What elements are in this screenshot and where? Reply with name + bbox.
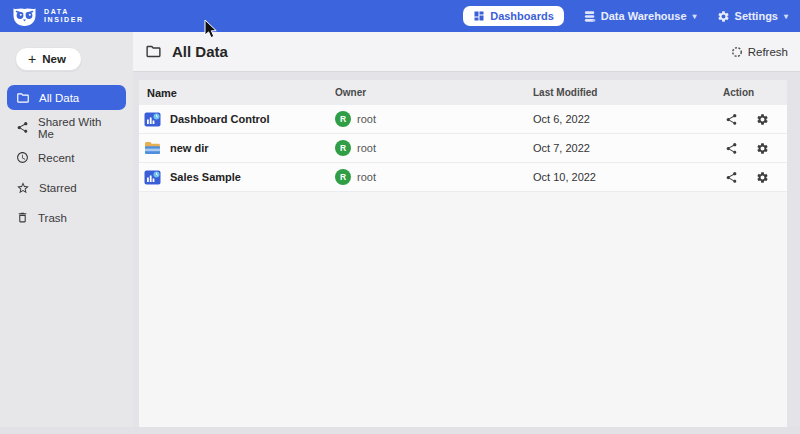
- sidebar-item-label: Trash: [38, 212, 67, 224]
- page-title: All Data: [172, 43, 228, 60]
- table-row[interactable]: Dashboard Control R root Oct 6, 2022: [139, 105, 787, 134]
- file-table-card: Name Owner Last Modified Action: [139, 80, 787, 427]
- last-modified-date: Oct 7, 2022: [533, 142, 723, 154]
- column-header-action: Action: [723, 87, 787, 98]
- sidebar-item-label: Starred: [39, 182, 77, 194]
- table-row[interactable]: new dir R root Oct 7, 2022: [139, 134, 787, 163]
- sidebar-item-starred[interactable]: Starred: [7, 175, 126, 200]
- owner-name: root: [357, 142, 376, 154]
- refresh-button[interactable]: Refresh: [731, 46, 788, 58]
- app-window: DATA INSIDER Dashboards: [0, 0, 800, 434]
- share-icon: [16, 121, 29, 134]
- gear-icon[interactable]: [756, 142, 769, 155]
- owner-avatar: R: [335, 169, 351, 185]
- sidebar-item-shared-with-me[interactable]: Shared With Me: [7, 115, 126, 140]
- dashboards-label: Dashboards: [490, 10, 554, 22]
- dashboard-grid-icon: [473, 10, 485, 22]
- file-name: Dashboard Control: [170, 113, 270, 125]
- file-name: Sales Sample: [170, 171, 241, 183]
- content-area: Name Owner Last Modified Action: [133, 72, 800, 427]
- top-navigation: Dashboards Data Warehouse ▾: [463, 6, 788, 26]
- sidebar: + New All Data: [0, 32, 133, 427]
- folder-icon: [145, 43, 162, 60]
- dashboard-file-icon: [144, 170, 161, 185]
- owner-name: root: [357, 113, 376, 125]
- refresh-label: Refresh: [748, 46, 788, 58]
- page-toolbar: All Data Refresh: [133, 32, 800, 72]
- new-button-label: New: [42, 53, 66, 65]
- table-header-row: Name Owner Last Modified Action: [139, 80, 787, 105]
- refresh-icon: [731, 46, 743, 58]
- share-icon[interactable]: [725, 142, 738, 155]
- chevron-down-icon: ▾: [693, 12, 697, 21]
- app-logo: DATA INSIDER: [12, 6, 84, 27]
- sidebar-item-label: Shared With Me: [38, 116, 117, 140]
- last-modified-date: Oct 6, 2022: [533, 113, 723, 125]
- owner-name: root: [357, 171, 376, 183]
- chevron-down-icon: ▾: [784, 12, 788, 21]
- file-name: new dir: [170, 142, 209, 154]
- settings-label: Settings: [735, 10, 778, 22]
- clock-icon: [16, 151, 29, 164]
- main-area: All Data Refresh Name Owner: [133, 32, 800, 427]
- top-header: DATA INSIDER Dashboards: [0, 0, 800, 32]
- sidebar-item-label: All Data: [39, 92, 79, 104]
- owner-avatar: R: [335, 140, 351, 156]
- sidebar-item-recent[interactable]: Recent: [7, 145, 126, 170]
- gear-icon: [717, 10, 730, 23]
- settings-menu[interactable]: Settings ▾: [717, 10, 788, 23]
- owner-avatar: R: [335, 111, 351, 127]
- app-name: DATA INSIDER: [44, 8, 84, 25]
- column-header-owner: Owner: [335, 87, 533, 98]
- new-button[interactable]: + New: [15, 47, 82, 71]
- share-icon[interactable]: [725, 113, 738, 126]
- owl-logo-icon: [12, 6, 37, 27]
- gear-icon[interactable]: [756, 113, 769, 126]
- column-header-name: Name: [139, 87, 335, 99]
- dashboard-file-icon: [144, 112, 161, 127]
- plus-icon: +: [28, 54, 36, 64]
- sidebar-nav: All Data Shared With Me: [0, 85, 133, 230]
- dashboards-button[interactable]: Dashboards: [463, 6, 564, 26]
- data-warehouse-label: Data Warehouse: [601, 10, 687, 22]
- database-icon: [584, 10, 596, 23]
- trash-icon: [16, 211, 29, 224]
- sidebar-item-label: Recent: [38, 152, 74, 164]
- window-bottom-strip: [0, 427, 800, 434]
- column-header-last-modified: Last Modified: [533, 87, 723, 98]
- folder-icon: [16, 91, 30, 105]
- sidebar-item-trash[interactable]: Trash: [7, 205, 126, 230]
- star-icon: [16, 181, 30, 195]
- directory-file-icon: [144, 141, 161, 155]
- sidebar-item-all-data[interactable]: All Data: [7, 85, 126, 110]
- last-modified-date: Oct 10, 2022: [533, 171, 723, 183]
- gear-icon[interactable]: [756, 171, 769, 184]
- share-icon[interactable]: [725, 171, 738, 184]
- table-row[interactable]: Sales Sample R root Oct 10, 2022: [139, 163, 787, 192]
- data-warehouse-menu[interactable]: Data Warehouse ▾: [584, 10, 697, 23]
